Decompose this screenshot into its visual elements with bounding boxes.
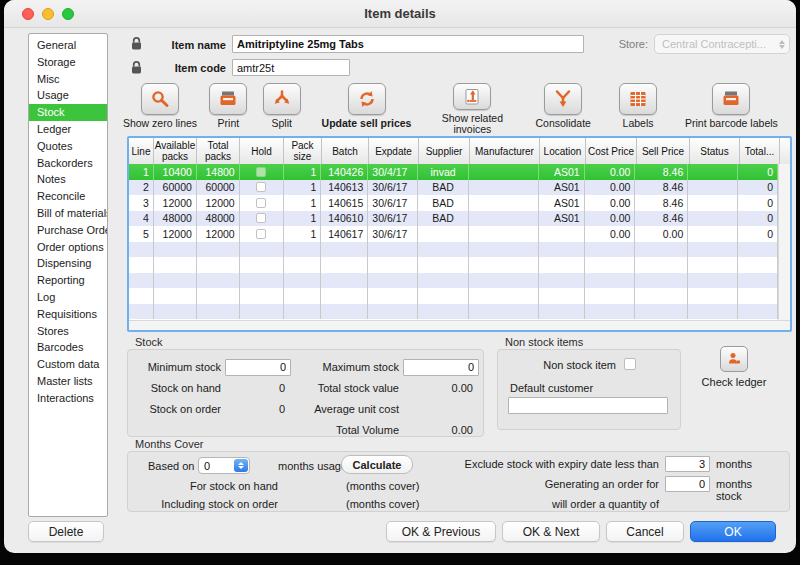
table-row[interactable]: 51200012000114061730/6/170.000.000 <box>129 226 778 242</box>
sidebar-item-misc[interactable]: Misc <box>29 71 107 88</box>
table-row-empty[interactable] <box>129 273 778 289</box>
months-cover-caption: Months Cover <box>135 438 203 450</box>
check-ledger-button[interactable]: Check ledger <box>692 346 776 388</box>
cell-expdate <box>368 242 418 258</box>
cell-batch: 140426 <box>321 164 368 180</box>
cell-location <box>539 257 585 273</box>
cell-sell-price: 8.46 <box>635 195 688 211</box>
hold-checkbox[interactable] <box>256 213 266 223</box>
sidebar-item-barcodes[interactable]: Barcodes <box>29 339 107 356</box>
table-row[interactable]: 31200012000114061530/6/17BADAS010.008.46… <box>129 195 778 211</box>
hold-checkbox[interactable] <box>256 198 266 208</box>
sidebar-item-storage[interactable]: Storage <box>29 54 107 71</box>
maximum-stock-input[interactable] <box>403 359 479 376</box>
minimum-stock-input[interactable] <box>225 359 291 376</box>
table-row-empty[interactable] <box>129 304 778 320</box>
sidebar-item-custom-data[interactable]: Custom data <box>29 356 107 373</box>
cell-available-packs: 60000 <box>154 180 197 196</box>
cell-line <box>129 288 154 304</box>
sidebar-item-ledger[interactable]: Ledger <box>29 121 107 138</box>
column-header-hold[interactable]: Hold <box>240 138 284 164</box>
column-header-batch[interactable]: Batch <box>322 138 369 164</box>
generating-order-input[interactable] <box>665 476 710 492</box>
table-row-empty[interactable] <box>129 242 778 258</box>
column-header-expdate[interactable]: Expdate <box>369 138 419 164</box>
column-header-total[interactable]: Total... <box>740 138 780 164</box>
sidebar-item-log[interactable]: Log <box>29 289 107 306</box>
show-related-invoices-button[interactable]: Show related invoices <box>426 83 518 135</box>
cell-line <box>129 304 154 320</box>
store-select[interactable]: Central Contracepti... <box>654 34 790 54</box>
hold-checkbox[interactable] <box>256 167 266 177</box>
sidebar-item-requisitions[interactable]: Requisitions <box>29 306 107 323</box>
print-barcode-labels-button[interactable]: Print barcode labels <box>669 83 794 135</box>
sidebar-item-notes[interactable]: Notes <box>29 171 107 188</box>
column-header-pack-size[interactable]: Pack size <box>284 138 322 164</box>
cell-manufacturer <box>469 304 539 320</box>
delete-button[interactable]: Delete <box>28 521 104 542</box>
calculate-button[interactable]: Calculate <box>341 455 413 474</box>
column-header-location[interactable]: Location <box>540 138 586 164</box>
ok-button[interactable]: OK <box>690 521 776 542</box>
exclude-expiry-input[interactable] <box>665 456 710 472</box>
column-header-line[interactable]: Line <box>129 138 154 164</box>
sidebar-item-stock[interactable]: Stock <box>29 104 107 121</box>
non-stock-item-checkbox[interactable] <box>624 358 636 370</box>
default-customer-input[interactable] <box>508 397 668 414</box>
cell-cost-price <box>585 257 636 273</box>
cell-line: 5 <box>129 226 154 242</box>
vertical-scrollbar[interactable] <box>778 164 790 320</box>
column-header-status[interactable]: Status <box>690 138 740 164</box>
cell-expdate: 30/6/17 <box>368 195 418 211</box>
item-name-input[interactable] <box>232 35 584 53</box>
sidebar-item-general[interactable]: General <box>29 37 107 54</box>
labels-button[interactable]: Labels <box>608 83 668 135</box>
item-code-input[interactable] <box>232 59 350 76</box>
table-row[interactable]: 26000060000114061330/6/17BADAS010.008.46… <box>129 180 778 196</box>
sidebar-item-reporting[interactable]: Reporting <box>29 272 107 289</box>
horizontal-scrollbar[interactable] <box>129 320 790 330</box>
print-button[interactable]: Print <box>201 83 256 135</box>
ok-previous-button[interactable]: OK & Previous <box>386 521 496 542</box>
cell-status <box>688 226 738 242</box>
column-header-available-packs[interactable]: Available packs <box>154 138 197 164</box>
cell-line <box>129 242 154 258</box>
table-row[interactable]: 44800048000114061030/6/17BADAS010.008.46… <box>129 211 778 227</box>
sidebar-item-usage[interactable]: Usage <box>29 87 107 104</box>
sidebar-item-reconcile[interactable]: Reconcile <box>29 188 107 205</box>
generating-order-label: Generating an order for <box>545 476 659 492</box>
table-row-empty[interactable] <box>129 288 778 304</box>
consolidate-button[interactable]: Consolidate <box>519 83 607 135</box>
ledger-person-icon <box>720 346 748 372</box>
sidebar-item-quotes[interactable]: Quotes <box>29 138 107 155</box>
hold-checkbox[interactable] <box>256 229 266 239</box>
split-button[interactable]: Split <box>257 83 307 135</box>
update-sell-prices-button[interactable]: Update sell prices <box>308 83 426 135</box>
cancel-button[interactable]: Cancel <box>606 521 684 542</box>
show-zero-lines-button[interactable]: Show zero lines <box>120 83 200 135</box>
table-row[interactable]: 11040014800114042630/4/17invadAS010.008.… <box>129 164 778 180</box>
sidebar-item-stores[interactable]: Stores <box>29 323 107 340</box>
sidebar-item-dispensing[interactable]: Dispensing <box>29 255 107 272</box>
sidebar-item-bill-of-materials[interactable]: Bill of materials <box>29 205 107 222</box>
ok-next-button[interactable]: OK & Next <box>502 521 600 542</box>
table-row-empty[interactable] <box>129 257 778 273</box>
hold-checkbox[interactable] <box>256 182 266 192</box>
sidebar-item-order-options[interactable]: Order options <box>29 239 107 256</box>
column-header-total-packs[interactable]: Total packs <box>197 138 240 164</box>
cell-pack-size <box>284 273 322 289</box>
sidebar-item-backorders[interactable]: Backorders <box>29 155 107 172</box>
cell-sell-price <box>635 242 688 258</box>
cell-hold <box>240 211 284 227</box>
for-stock-on-hand-label: For stock on hand <box>143 480 278 492</box>
column-header-manufacturer[interactable]: Manufacturer <box>470 138 540 164</box>
cell-total-packs: 60000 <box>197 180 240 196</box>
sidebar-item-master-lists[interactable]: Master lists <box>29 373 107 390</box>
column-header-sell-price[interactable]: Sell Price <box>637 138 690 164</box>
sidebar-item-purchase-orders[interactable]: Purchase Orders <box>29 222 107 239</box>
column-header-cost-price[interactable]: Cost Price <box>586 138 637 164</box>
based-on-select[interactable]: 0 <box>198 457 250 474</box>
magnifier-icon <box>141 83 179 115</box>
column-header-supplier[interactable]: Supplier <box>419 138 470 164</box>
sidebar-item-interactions[interactable]: Interactions <box>29 390 107 407</box>
